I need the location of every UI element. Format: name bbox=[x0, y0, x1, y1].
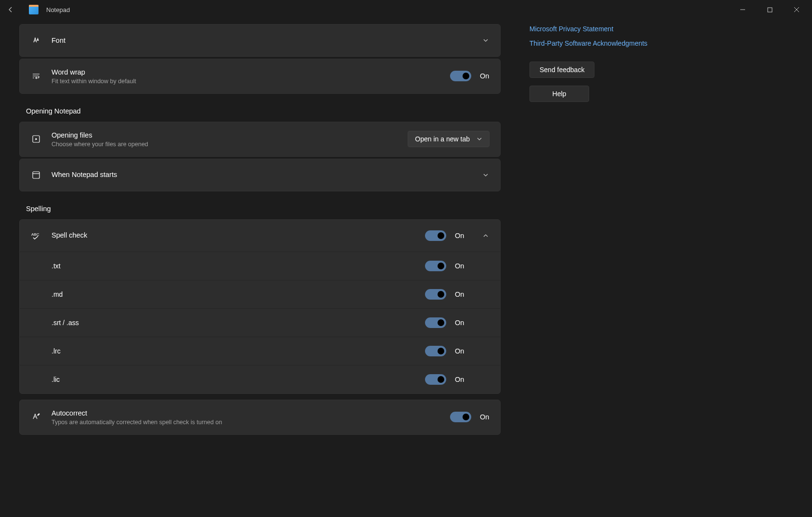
wordwrap-icon bbox=[30, 70, 42, 82]
ext-state: On bbox=[455, 290, 464, 298]
ext-state: On bbox=[455, 319, 464, 327]
wordwrap-label: Word wrap bbox=[52, 68, 450, 77]
ext-label: .srt / .ass bbox=[52, 319, 425, 327]
thirdparty-link[interactable]: Third-Party Software Acknowledgments bbox=[529, 39, 703, 47]
feedback-button[interactable]: Send feedback bbox=[529, 62, 594, 78]
spellcheck-label: Spell check bbox=[52, 231, 425, 240]
ext-toggle-txt[interactable] bbox=[425, 261, 446, 271]
autocorrect-card: Autocorrect Typos are automatically corr… bbox=[19, 400, 501, 435]
ext-state: On bbox=[455, 262, 464, 270]
privacy-link[interactable]: Microsoft Privacy Statement bbox=[529, 25, 703, 33]
opening-files-dropdown[interactable]: Open in a new tab bbox=[408, 131, 490, 147]
notepad-starts-card[interactable]: When Notepad starts bbox=[19, 159, 501, 191]
opening-files-selected: Open in a new tab bbox=[415, 135, 470, 143]
content-area: Font Word wrap Fit text within window by… bbox=[0, 19, 812, 517]
window-controls bbox=[729, 0, 810, 19]
ext-row-md: .md On bbox=[20, 280, 500, 308]
maximize-icon bbox=[767, 7, 773, 13]
ext-label: .lic bbox=[52, 376, 425, 383]
opening-files-label: Opening files bbox=[52, 131, 408, 140]
chevron-up-icon bbox=[483, 233, 489, 239]
minimize-icon bbox=[740, 7, 746, 13]
autocorrect-icon bbox=[30, 411, 42, 423]
font-label: Font bbox=[52, 36, 473, 45]
wordwrap-desc: Fit text within window by default bbox=[52, 78, 450, 85]
ext-toggle-srt[interactable] bbox=[425, 317, 446, 328]
side-column: Microsoft Privacy Statement Third-Party … bbox=[529, 19, 703, 517]
spellcheck-state: On bbox=[455, 232, 464, 240]
spellcheck-icon: ABC bbox=[30, 230, 42, 241]
ext-toggle-lrc[interactable] bbox=[425, 346, 446, 356]
ext-label: .txt bbox=[52, 262, 425, 270]
svg-rect-0 bbox=[768, 8, 772, 12]
arrow-left-icon bbox=[7, 6, 14, 13]
wordwrap-state: On bbox=[480, 72, 490, 80]
ext-toggle-lic[interactable] bbox=[425, 374, 446, 385]
ext-toggle-md[interactable] bbox=[425, 289, 446, 300]
open-file-icon bbox=[30, 133, 42, 145]
ext-row-srt: .srt / .ass On bbox=[20, 308, 500, 337]
ext-row-lrc: .lrc On bbox=[20, 337, 500, 365]
chevron-down-icon bbox=[477, 136, 482, 142]
chevron-down-icon bbox=[483, 38, 489, 43]
titlebar: Notepad bbox=[0, 0, 812, 19]
svg-rect-2 bbox=[33, 172, 39, 178]
help-button[interactable]: Help bbox=[529, 86, 589, 102]
autocorrect-label: Autocorrect bbox=[52, 409, 450, 418]
ext-state: On bbox=[455, 376, 464, 383]
autocorrect-desc: Typos are automatically corrected when s… bbox=[52, 419, 450, 426]
main-column: Font Word wrap Fit text within window by… bbox=[19, 19, 501, 517]
font-icon bbox=[30, 35, 42, 46]
ext-row-txt: .txt On bbox=[20, 252, 500, 280]
notepad-starts-label: When Notepad starts bbox=[52, 170, 473, 179]
autocorrect-toggle[interactable] bbox=[450, 412, 471, 422]
wordwrap-card: Word wrap Fit text within window by defa… bbox=[19, 59, 501, 94]
ext-state: On bbox=[455, 347, 464, 355]
ext-row-lic: .lic On bbox=[20, 365, 500, 393]
minimize-button[interactable] bbox=[729, 0, 756, 19]
close-icon bbox=[794, 7, 799, 13]
back-button[interactable] bbox=[2, 1, 19, 18]
spellcheck-collapse[interactable] bbox=[482, 232, 490, 240]
autocorrect-state: On bbox=[480, 413, 490, 421]
app-title: Notepad bbox=[46, 6, 70, 13]
spellcheck-card: ABC Spell check On .txt On bbox=[19, 219, 501, 394]
titlebar-left: Notepad bbox=[2, 1, 725, 18]
app-icon bbox=[29, 5, 39, 14]
opening-section-header: Opening Notepad bbox=[26, 107, 501, 115]
opening-files-card: Opening files Choose where your files ar… bbox=[19, 122, 501, 157]
window-icon bbox=[30, 169, 42, 181]
maximize-button[interactable] bbox=[756, 0, 783, 19]
ext-label: .lrc bbox=[52, 347, 425, 355]
notepad-starts-expand[interactable] bbox=[482, 171, 490, 179]
opening-files-desc: Choose where your files are opened bbox=[52, 141, 408, 148]
wordwrap-toggle[interactable] bbox=[450, 71, 471, 81]
font-card[interactable]: Font bbox=[19, 24, 501, 57]
ext-label: .md bbox=[52, 290, 425, 298]
svg-text:ABC: ABC bbox=[31, 232, 39, 237]
close-button[interactable] bbox=[783, 0, 810, 19]
spelling-section-header: Spelling bbox=[26, 205, 501, 213]
font-expand[interactable] bbox=[482, 37, 490, 44]
spellcheck-toggle[interactable] bbox=[425, 230, 446, 241]
chevron-down-icon bbox=[483, 172, 489, 178]
